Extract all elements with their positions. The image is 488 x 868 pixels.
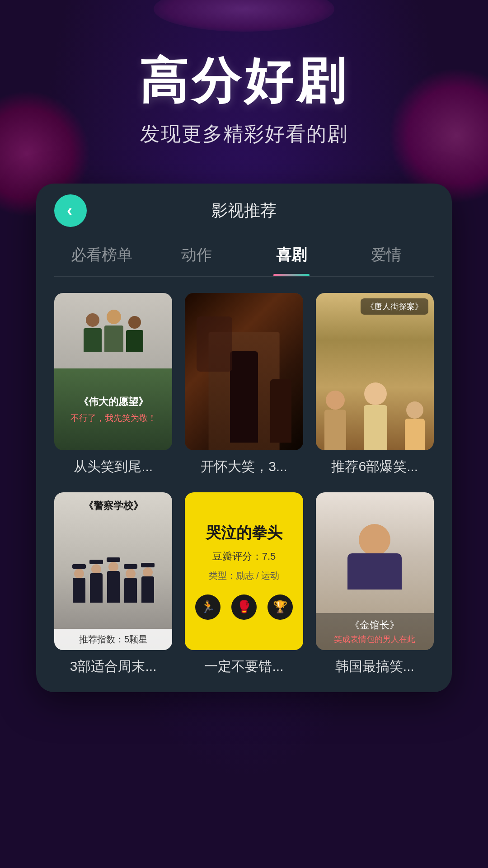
thumbnail-1: 《伟大的愿望》 不行了，我先笑为敬！ xyxy=(54,293,172,450)
korean-movie-tagline: 笑成表情包的男人在此 xyxy=(321,634,428,645)
yellow-background: 哭泣的拳头 豆瓣评分：7.5 类型：励志 / 运动 🏃 🥊 🏆 xyxy=(185,492,303,650)
cap xyxy=(141,563,155,567)
scene-background xyxy=(185,293,303,450)
scene-figure2 xyxy=(270,379,291,442)
movie-title-overlay: 《伟大的愿望》 xyxy=(79,395,148,409)
content-grid-row2: 《警察学校》 xyxy=(36,492,452,692)
tab-bar: 必看榜单 动作 喜剧 爱情 xyxy=(36,231,452,276)
tab-active-indicator xyxy=(273,274,310,276)
character-2 xyxy=(364,382,387,450)
tab-must-watch[interactable]: 必看榜单 xyxy=(54,236,149,276)
cap xyxy=(89,560,103,564)
body xyxy=(73,578,85,603)
yellow-rating: 豆瓣评分：7.5 xyxy=(212,550,276,563)
person-head xyxy=(86,313,99,327)
page-subtitle: 发现更多精彩好看的剧 xyxy=(139,121,349,147)
person-icon-1: 🏃 xyxy=(195,594,221,620)
person-figure xyxy=(104,310,123,352)
content-grid-row1: 《伟大的愿望》 不行了，我先笑为敬！ 从头笑到尾... xyxy=(36,277,452,492)
thumb-top-section xyxy=(54,293,172,368)
officer xyxy=(124,564,137,603)
back-button[interactable]: ‹ xyxy=(54,194,87,227)
person-icon-2: 🥊 xyxy=(231,594,257,620)
person-head xyxy=(128,316,141,329)
yellow-icons: 🏃 🥊 🏆 xyxy=(195,594,293,620)
card-label: 一定不要错... xyxy=(185,657,303,676)
person-body xyxy=(84,328,102,352)
officer xyxy=(141,563,155,603)
thumb-bottom-section: 《伟大的愿望》 不行了，我先笑为敬！ xyxy=(54,368,172,450)
korean-overlay: 《金馆长》 笑成表情包的男人在此 xyxy=(316,613,434,650)
head xyxy=(143,567,153,577)
body xyxy=(141,576,154,603)
char-body xyxy=(405,419,425,450)
cap xyxy=(124,564,137,569)
comedy-background: 《唐人街探案》 xyxy=(316,293,434,450)
list-item[interactable]: 哭泣的拳头 豆瓣评分：7.5 类型：励志 / 运动 🏃 🥊 🏆 一定不要错... xyxy=(185,492,303,675)
officer xyxy=(89,560,103,603)
person-figure xyxy=(126,316,143,352)
cap xyxy=(72,564,86,569)
page-title: 高分好剧 xyxy=(139,54,349,108)
list-item[interactable]: 开怀大笑，3... xyxy=(185,293,303,476)
char-body xyxy=(324,410,346,450)
character-3 xyxy=(405,401,425,450)
thumbnail-3: 《唐人街探案》 xyxy=(316,293,434,450)
police-background: 《警察学校》 xyxy=(54,492,172,650)
korean-movie-title: 《金馆长》 xyxy=(321,618,428,632)
list-item[interactable]: 《唐人街探案》 xyxy=(316,293,434,476)
char-head xyxy=(406,401,423,419)
people-figures xyxy=(80,306,147,355)
body xyxy=(107,571,120,603)
person-body xyxy=(104,326,123,352)
cap xyxy=(107,557,120,562)
person-icon-3: 🏆 xyxy=(267,594,293,620)
comedy-characters xyxy=(316,340,434,450)
list-item[interactable]: 《伟大的愿望》 不行了，我先笑为敬！ 从头笑到尾... xyxy=(54,293,172,476)
head xyxy=(91,564,101,574)
officer xyxy=(107,557,120,603)
list-item[interactable]: 《警察学校》 xyxy=(54,492,172,675)
back-icon: ‹ xyxy=(67,203,72,219)
police-lineup xyxy=(54,557,172,603)
head xyxy=(126,569,136,579)
card-label: 韩国最搞笑... xyxy=(316,657,434,676)
card-label: 开怀大笑，3... xyxy=(185,458,303,476)
main-card: ‹ 影视推荐 必看榜单 动作 喜剧 爱情 xyxy=(36,184,452,692)
character-1 xyxy=(324,391,346,450)
korean-character xyxy=(347,524,402,590)
korean-head xyxy=(359,524,390,556)
card-label: 从头笑到尾... xyxy=(54,458,172,476)
thumbnail-4: 《警察学校》 xyxy=(54,492,172,650)
police-rating: 推荐指数：5颗星 xyxy=(54,629,172,650)
tab-comedy[interactable]: 喜剧 xyxy=(244,236,339,276)
hero-section: 高分好剧 发现更多精彩好看的剧 xyxy=(112,0,376,175)
tab-romance[interactable]: 爱情 xyxy=(339,236,434,276)
char-head xyxy=(326,391,345,410)
police-movie-title: 《警察学校》 xyxy=(84,499,143,513)
person-head xyxy=(107,310,121,324)
movie-tagline-overlay: 不行了，我先笑为敬！ xyxy=(70,412,156,424)
korean-background: 《金馆长》 笑成表情包的男人在此 xyxy=(316,492,434,650)
officer xyxy=(72,564,86,603)
person-body xyxy=(126,330,143,352)
list-item[interactable]: 《金馆长》 笑成表情包的男人在此 韩国最搞笑... xyxy=(316,492,434,675)
yellow-title: 哭泣的拳头 xyxy=(206,523,282,543)
card-title: 影视推荐 xyxy=(211,200,277,222)
scene-window xyxy=(197,316,232,372)
yellow-tags: 类型：励志 / 运动 xyxy=(209,570,280,582)
thumbnail-5: 哭泣的拳头 豆瓣评分：7.5 类型：励志 / 运动 🏃 🥊 🏆 xyxy=(185,492,303,650)
head xyxy=(74,569,84,579)
thumbnail-2 xyxy=(185,293,303,450)
body xyxy=(124,578,137,603)
char-body xyxy=(364,405,387,450)
korean-shoulder xyxy=(347,553,402,590)
person-figure xyxy=(84,313,102,352)
char-head xyxy=(364,382,387,405)
scene-figure xyxy=(230,351,258,443)
thumbnail-6: 《金馆长》 笑成表情包的男人在此 xyxy=(316,492,434,650)
card-label: 3部适合周末... xyxy=(54,657,172,676)
tab-action[interactable]: 动作 xyxy=(149,236,244,276)
movie-badge: 《唐人街探案》 xyxy=(361,298,428,315)
card-header: ‹ 影视推荐 xyxy=(36,184,452,231)
